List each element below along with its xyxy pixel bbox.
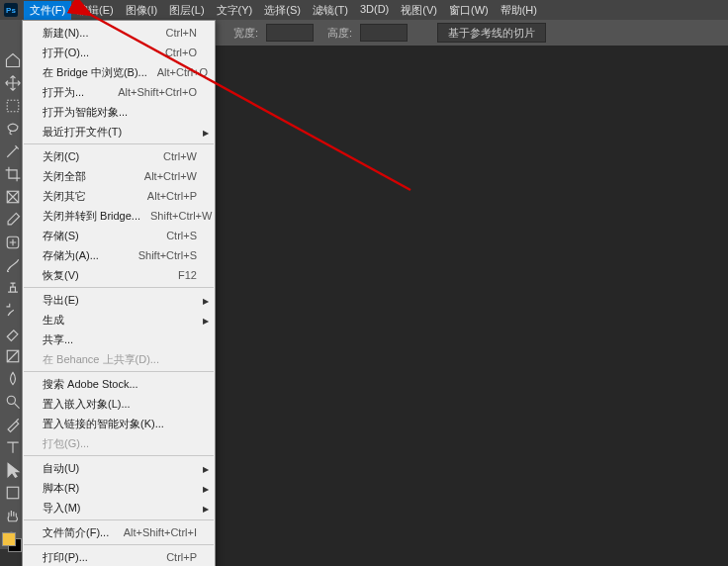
- menu-item-label: 关闭(C): [43, 148, 79, 164]
- menu-item-label: 打包(G)...: [43, 435, 89, 451]
- menu-item[interactable]: 存储(S)Ctrl+S: [23, 226, 215, 245]
- menu-item[interactable]: 脚本(R): [23, 478, 215, 498]
- menu-item-label: 置入嵌入对象(L)...: [43, 396, 131, 412]
- menu-item-label: 关闭其它: [43, 188, 86, 204]
- menu-item[interactable]: 在 Bridge 中浏览(B)...Alt+Ctrl+O: [23, 62, 215, 82]
- svg-rect-5: [7, 487, 18, 498]
- crop-icon[interactable]: [2, 163, 24, 185]
- menu-item-label: 打开(O)...: [43, 45, 89, 60]
- menu-item-shortcut: Ctrl+S: [156, 228, 197, 243]
- menu-item-label: 文件简介(F)...: [43, 524, 109, 540]
- menu-item-label: 自动(U): [43, 460, 79, 476]
- hand-icon[interactable]: [2, 505, 24, 526]
- history-brush-icon[interactable]: [2, 300, 24, 322]
- pen-icon[interactable]: [2, 414, 24, 435]
- menu-item-shortcut: Alt+Shift+Ctrl+I: [114, 524, 197, 540]
- menu-item[interactable]: 关闭其它Alt+Ctrl+P: [23, 186, 215, 206]
- menu-item-shortcut: Shift+Ctrl+W: [140, 208, 212, 224]
- menu-item[interactable]: 共享...: [23, 330, 215, 349]
- menu-item-label: 存储(S): [43, 228, 79, 243]
- menu-item[interactable]: 导入(M): [23, 498, 215, 518]
- menu-item-label: 关闭并转到 Bridge...: [43, 208, 140, 224]
- menu-item[interactable]: 搜索 Adobe Stock...: [23, 374, 215, 394]
- foreground-color-swatch[interactable]: [2, 532, 16, 546]
- menu-item[interactable]: 关闭全部Alt+Ctrl+W: [23, 166, 215, 186]
- menu-item-shortcut: Alt+Ctrl+O: [147, 64, 208, 80]
- width-field[interactable]: [266, 24, 314, 42]
- height-field[interactable]: [360, 24, 408, 42]
- menu-图层l[interactable]: 图层(L): [163, 1, 210, 20]
- gradient-icon[interactable]: [2, 345, 24, 367]
- menu-item-label: 导入(M): [43, 500, 81, 516]
- menu-item-label: 打印(P)...: [43, 549, 88, 565]
- menu-窗口w[interactable]: 窗口(W): [443, 1, 495, 20]
- menu-item[interactable]: 自动(U): [23, 458, 215, 478]
- healing-brush-icon[interactable]: [2, 232, 24, 253]
- menu-item: 在 Behance 上共享(D)...: [23, 349, 215, 369]
- menu-item[interactable]: 存储为(A)...Shift+Ctrl+S: [23, 245, 215, 265]
- menu-item[interactable]: 置入嵌入对象(L)...: [23, 394, 215, 414]
- clone-stamp-icon[interactable]: [2, 277, 24, 299]
- menu-separator: [24, 519, 214, 520]
- type-icon[interactable]: [2, 436, 24, 458]
- menu-item[interactable]: 关闭并转到 Bridge...Shift+Ctrl+W: [23, 206, 215, 226]
- menu-item-shortcut: Ctrl+W: [153, 148, 197, 164]
- menu-帮助h[interactable]: 帮助(H): [495, 1, 543, 20]
- menu-文件f[interactable]: 文件(F): [24, 1, 71, 20]
- brush-icon[interactable]: [2, 254, 24, 276]
- menu-item[interactable]: 关闭(C)Ctrl+W: [23, 146, 215, 166]
- eraser-icon[interactable]: [2, 323, 24, 344]
- menu-item[interactable]: 恢复(V)F12: [23, 265, 215, 285]
- menu-item-label: 打开为...: [43, 84, 84, 100]
- frame-icon[interactable]: [2, 186, 24, 208]
- dodge-icon[interactable]: [2, 391, 24, 413]
- menu-item[interactable]: 打开(O)...Ctrl+O: [23, 43, 215, 62]
- menu-item[interactable]: 打开为...Alt+Shift+Ctrl+O: [23, 82, 215, 102]
- color-swatches[interactable]: [2, 532, 24, 554]
- menu-item-label: 最近打开文件(T): [43, 124, 122, 140]
- menu-选择s[interactable]: 选择(S): [258, 1, 307, 20]
- menu-item-label: 脚本(R): [43, 480, 79, 496]
- menu-3dd[interactable]: 3D(D): [354, 1, 395, 20]
- menu-文字y[interactable]: 文字(Y): [211, 1, 259, 20]
- menu-item[interactable]: 最近打开文件(T): [23, 122, 215, 142]
- menu-图像i[interactable]: 图像(I): [120, 1, 163, 20]
- menu-item-shortcut: Ctrl+O: [155, 45, 197, 60]
- lasso-icon[interactable]: [2, 118, 24, 140]
- move-icon[interactable]: [2, 72, 24, 94]
- menu-item-label: 置入链接的智能对象(K)...: [43, 416, 164, 431]
- menu-item-label: 关闭全部: [43, 168, 86, 184]
- menu-视图v[interactable]: 视图(V): [395, 1, 443, 20]
- menu-item-label: 恢复(V): [43, 267, 79, 283]
- menu-item-label: 生成: [43, 312, 64, 328]
- menu-item[interactable]: 新建(N)...Ctrl+N: [23, 23, 215, 43]
- menu-item-label: 打开为智能对象...: [43, 104, 128, 120]
- path-select-icon[interactable]: [2, 459, 24, 481]
- menu-separator: [24, 371, 214, 372]
- menu-item-shortcut: Alt+Ctrl+W: [135, 168, 197, 184]
- menu-item[interactable]: 生成: [23, 310, 215, 330]
- home-icon[interactable]: [2, 49, 24, 71]
- menu-item[interactable]: 打印(P)...Ctrl+P: [23, 547, 215, 566]
- menu-item-label: 导出(E): [43, 292, 79, 308]
- menu-item: 打包(G)...: [23, 433, 215, 453]
- menu-item-label: 新建(N)...: [43, 25, 88, 41]
- guide-slice-button[interactable]: 基于参考线的切片: [437, 23, 546, 43]
- menu-item[interactable]: 文件简介(F)...Alt+Shift+Ctrl+I: [23, 522, 215, 542]
- menu-item-label: 共享...: [43, 331, 73, 347]
- menubar: Ps 文件(F)编辑(E)图像(I)图层(L)文字(Y)选择(S)滤镜(T)3D…: [0, 0, 728, 20]
- menu-item[interactable]: 导出(E): [23, 290, 215, 310]
- menu-item[interactable]: 置入链接的智能对象(K)...: [23, 414, 215, 433]
- menu-item-label: 在 Behance 上共享(D)...: [43, 351, 159, 367]
- eyedropper-icon[interactable]: [2, 209, 24, 231]
- menu-item-shortcut: Alt+Ctrl+P: [137, 188, 197, 204]
- magic-wand-icon[interactable]: [2, 141, 24, 162]
- shape-icon[interactable]: [2, 482, 24, 504]
- menu-滤镜t[interactable]: 滤镜(T): [307, 1, 354, 20]
- menu-item-shortcut: F12: [168, 267, 197, 283]
- blur-icon[interactable]: [2, 368, 24, 390]
- menu-编辑e[interactable]: 编辑(E): [71, 1, 120, 20]
- marquee-icon[interactable]: [2, 95, 24, 117]
- menu-item-shortcut: Ctrl+P: [156, 549, 197, 565]
- menu-item[interactable]: 打开为智能对象...: [23, 102, 215, 122]
